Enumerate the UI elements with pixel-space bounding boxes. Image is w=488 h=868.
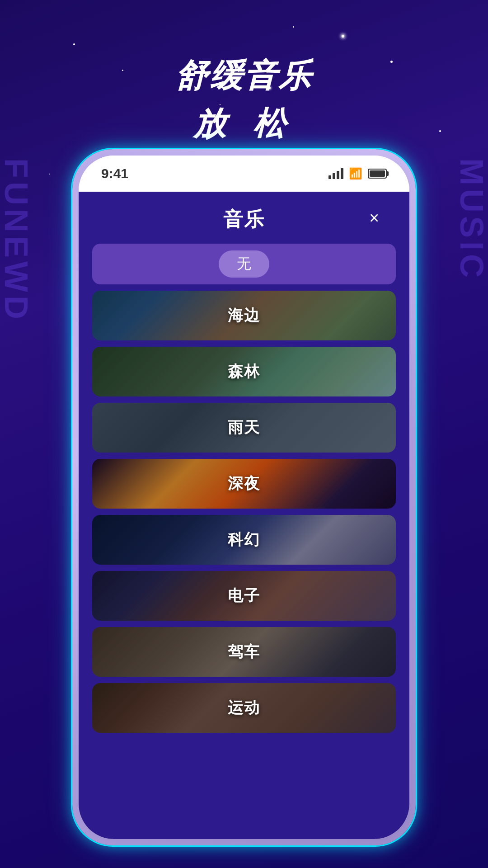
header-section: 舒缓音乐 放 松: [0, 54, 488, 146]
side-text-right: MUSIC: [455, 158, 488, 281]
app-title: 音乐: [223, 206, 265, 233]
header-line2: 放 松: [0, 102, 488, 146]
status-icons: 📶: [328, 167, 387, 180]
night-label: 深夜: [228, 473, 260, 494]
music-item-sports[interactable]: 运动: [92, 683, 396, 733]
status-time: 9:41: [101, 166, 128, 181]
app-header: 音乐 ×: [79, 192, 409, 244]
music-item-beach[interactable]: 海边: [92, 291, 396, 340]
phone-frame: 9:41 📶 音乐: [72, 149, 416, 845]
notch: [194, 156, 294, 175]
status-bar: 9:41 📶: [79, 156, 409, 192]
electronic-label: 电子: [228, 585, 260, 606]
phone-outer: 9:41 📶 音乐: [72, 149, 416, 845]
music-item-rain[interactable]: 雨天: [92, 403, 396, 453]
music-item-electronic[interactable]: 电子: [92, 571, 396, 621]
music-item-driving[interactable]: 驾车: [92, 627, 396, 677]
signal-icon: [328, 168, 343, 179]
side-text-left: FUNEWD: [0, 158, 33, 323]
header-line1: 舒缓音乐: [0, 54, 488, 98]
music-list: 无 海边 森林 雨天: [79, 244, 409, 839]
music-item-none[interactable]: 无: [92, 244, 396, 284]
music-item-forest[interactable]: 森林: [92, 347, 396, 396]
music-item-scifi[interactable]: 科幻: [92, 515, 396, 565]
phone-inner: 9:41 📶 音乐: [79, 156, 409, 839]
driving-label: 驾车: [228, 642, 260, 662]
app-content: 音乐 × 无 海边: [79, 192, 409, 839]
battery-icon: [368, 169, 387, 179]
wifi-icon: 📶: [349, 167, 362, 180]
none-badge: 无: [219, 250, 269, 278]
beach-label: 海边: [228, 305, 260, 326]
sports-label: 运动: [228, 698, 260, 718]
close-button[interactable]: ×: [361, 205, 387, 231]
rain-label: 雨天: [228, 417, 260, 438]
none-label: 无: [237, 255, 251, 272]
scifi-label: 科幻: [228, 529, 260, 550]
close-icon: ×: [369, 209, 379, 226]
music-item-night[interactable]: 深夜: [92, 459, 396, 509]
forest-label: 森林: [228, 361, 260, 382]
